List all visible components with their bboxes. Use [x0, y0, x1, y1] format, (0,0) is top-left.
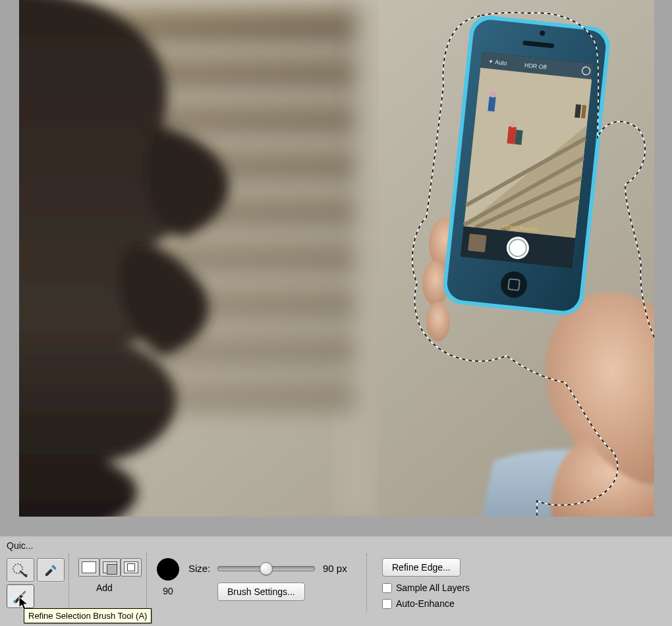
wand-selection-icon [12, 563, 29, 577]
mode-add-to-selection[interactable] [99, 558, 121, 577]
refine-selection-brush-tool-button[interactable] [7, 584, 34, 608]
workspace-background: ✦ Auto HDR Off [0, 0, 672, 536]
selection-mode-label: Add [96, 583, 113, 593]
brush-size-readout: 90 [157, 586, 179, 596]
canvas-image: ✦ Auto HDR Off [19, 0, 654, 517]
separator [366, 554, 367, 612]
svg-rect-47 [51, 565, 57, 570]
brush-size-value: 90 px [323, 563, 347, 574]
brush-settings-button[interactable]: Brush Settings... [217, 583, 305, 601]
selection-brush-tool-button[interactable] [37, 558, 65, 582]
separator [146, 554, 147, 612]
app-window: { "mode": { "label_truncated": "Quic..."… [0, 0, 672, 626]
refine-brush-icon [12, 589, 29, 604]
mode-subtract-from-selection[interactable] [121, 558, 142, 577]
checkbox-input[interactable] [382, 599, 392, 609]
brush-size-slider[interactable] [217, 559, 315, 575]
panel-title: Quic... [7, 540, 33, 551]
checkbox-label: Auto-Enhance [396, 598, 455, 609]
sample-all-layers-checkbox[interactable]: Sample All Layers [382, 583, 470, 593]
size-label: Size: [188, 563, 210, 574]
svg-point-46 [13, 600, 16, 603]
tooltip: Refine Selection Brush Tool (A) [24, 608, 152, 623]
selection-mode-group [78, 558, 142, 577]
svg-line-44 [20, 571, 26, 577]
checkbox-input[interactable] [382, 583, 392, 593]
tool-group [7, 558, 34, 608]
refine-edge-button[interactable]: Refine Edge... [382, 558, 461, 577]
quick-selection-tool-button[interactable] [7, 558, 34, 582]
mode-new-selection[interactable] [78, 558, 99, 577]
paint-brush-icon [42, 563, 59, 577]
button-label: Brush Settings... [227, 586, 295, 597]
tooltip-text: Refine Selection Brush Tool (A) [28, 611, 147, 621]
separator [69, 554, 69, 612]
slider-thumb[interactable] [260, 562, 273, 575]
image-canvas[interactable]: ✦ Auto HDR Off [19, 0, 654, 517]
auto-enhance-checkbox[interactable]: Auto-Enhance [382, 598, 455, 609]
button-label: Refine Edge... [392, 562, 451, 573]
brush-preview-swatch[interactable] [157, 558, 179, 581]
svg-rect-40 [468, 233, 487, 252]
svg-point-13 [426, 302, 450, 341]
checkbox-label: Sample All Layers [396, 583, 470, 593]
